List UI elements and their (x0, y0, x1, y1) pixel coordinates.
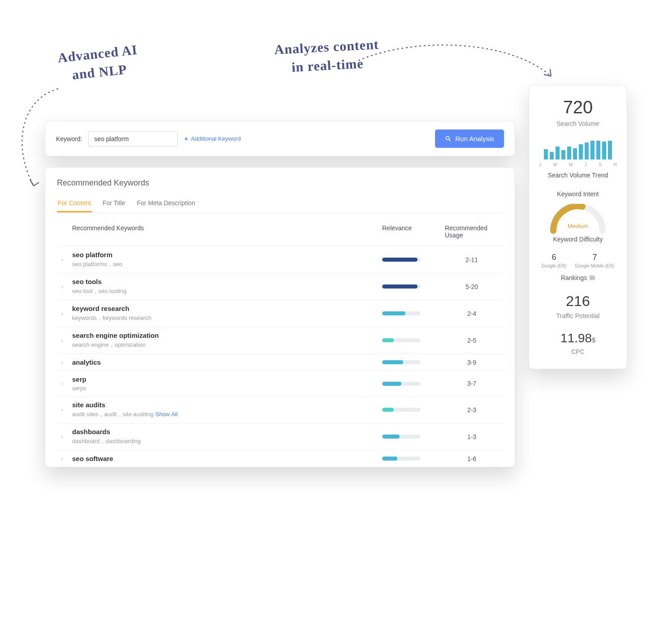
keyword-name: seo tools (72, 278, 373, 285)
trend-sparkbars (537, 139, 619, 159)
keyword-cell: seo platformseo platforms，seo (68, 246, 378, 273)
tab-for-content[interactable]: For Content (57, 195, 92, 212)
table-row: ›search engine optimizationsearch engine… (57, 327, 503, 354)
spark-bar (602, 142, 606, 159)
keyword-input[interactable] (88, 131, 178, 147)
table-row: ›seo software1-6 (57, 450, 503, 467)
plus-icon: + (184, 135, 188, 142)
expand-row-toggle[interactable]: › (57, 273, 68, 300)
annotation-ai-nlp: Advanced AIand NLP (34, 39, 163, 88)
month-tick: J (585, 162, 587, 167)
rank-gmobile-label: Google Mobile (EN) (575, 263, 615, 269)
intent-value: Medium (568, 223, 588, 229)
keyword-intent-label: Keyword Intent (537, 190, 619, 198)
spark-bar (596, 141, 600, 159)
keyword-name: site audits (72, 401, 373, 409)
rankings-label: Rankings (537, 274, 619, 281)
table-row: ›serpserps3-7 (57, 371, 503, 397)
cpc-value: 11.98$ (537, 331, 619, 345)
relevance-cell (378, 246, 440, 273)
search-volume-value: 720 (537, 97, 619, 117)
usage-cell: 5-20 (440, 273, 503, 300)
table-row: ›analytics3-9 (57, 354, 503, 371)
rank-google-value: 6 (542, 253, 567, 262)
table-row: ›site auditsaudit sites，audit，site audit… (57, 397, 503, 423)
keyword-cell: keyword researchkeywords，keywords resear… (68, 300, 378, 327)
recommended-keywords-panel: Recommended Keywords For Content For Tit… (45, 167, 515, 467)
svg-rect-2 (590, 276, 595, 280)
keyword-cell: dashboardsdashboard，dashboarding (68, 423, 378, 450)
traffic-potential-value: 216 (537, 293, 619, 310)
keyword-name: analytics (72, 358, 373, 366)
keyword-search-bar: Keyword: + Additional Keyword Run Analys… (45, 121, 515, 156)
keyword-synonyms: serps (72, 385, 373, 392)
rankings-row: 6 Google (EN) 7 Google Mobile (EN) (537, 253, 619, 269)
tab-for-title[interactable]: For Title (102, 195, 126, 212)
keyword-synonyms: seo platforms，seo (72, 260, 373, 268)
keyword-name: search engine optimization (72, 332, 373, 339)
keyword-name: serp (72, 375, 373, 383)
spark-bar (556, 147, 560, 159)
expand-row-toggle[interactable]: › (57, 371, 68, 397)
spark-bar (590, 141, 594, 159)
expand-row-toggle[interactable]: › (57, 246, 68, 273)
month-tick: M (569, 162, 573, 167)
expand-row-toggle[interactable]: › (57, 354, 68, 371)
keyword-synonyms: keywords，keywords research (72, 314, 373, 322)
relevance-cell (378, 300, 440, 327)
spark-bar (567, 147, 571, 159)
keyword-name: keyword research (72, 305, 373, 312)
show-all-link[interactable]: Show All (155, 411, 178, 418)
keyword-name: seo software (72, 455, 373, 462)
keyword-synonyms: dashboard，dashboarding (72, 437, 373, 445)
tabs: For Content For Title For Meta Descripti… (57, 195, 503, 213)
expand-row-toggle[interactable]: › (57, 450, 68, 467)
relevance-cell (378, 397, 440, 423)
keyword-cell: serpserps (68, 371, 378, 397)
usage-cell: 1-6 (440, 450, 503, 467)
usage-cell: 3-9 (440, 354, 503, 371)
relevance-cell (378, 423, 440, 450)
keyword-cell: site auditsaudit sites，audit，site auditi… (68, 397, 378, 423)
spark-bar (579, 144, 583, 159)
relevance-cell (378, 371, 440, 397)
trend-label: Search Volume Trend (537, 172, 619, 179)
keywords-table: Recommended Keywords Relevance Recommend… (57, 217, 503, 467)
expand-row-toggle[interactable]: › (57, 300, 68, 327)
spark-bar (544, 149, 548, 159)
usage-cell: 1-3 (440, 423, 503, 450)
keyword-cell: seo toolsseo tool，seo tooling (68, 273, 378, 300)
keyword-cell: search engine optimizationsearch engine，… (68, 327, 378, 354)
keyword-label: Keyword: (56, 135, 82, 142)
table-row: ›dashboardsdashboard，dashboarding1-3 (57, 423, 503, 450)
table-icon (590, 276, 595, 280)
svg-line-1 (449, 139, 451, 141)
usage-cell: 2-4 (440, 300, 503, 327)
expand-row-toggle[interactable]: › (57, 397, 68, 423)
expand-row-toggle[interactable]: › (57, 327, 68, 354)
spark-bar (550, 152, 554, 159)
cpc-label: CPC (537, 348, 619, 355)
col-usage: Recommended Usage (440, 217, 503, 246)
rank-gmobile-value: 7 (575, 253, 615, 262)
relevance-cell (378, 354, 440, 371)
table-row: ›seo platformseo platforms，seo2-11 (57, 246, 503, 273)
usage-cell: 2-3 (440, 397, 503, 423)
keyword-synonyms: audit sites，audit，site auditing Show All (72, 410, 373, 418)
expand-row-toggle[interactable]: › (57, 423, 68, 450)
panel-title: Recommended Keywords (57, 178, 503, 188)
keyword-name: dashboards (72, 428, 373, 435)
keyword-synonyms: search engine，optimization (72, 341, 373, 349)
spark-bar (585, 142, 589, 159)
run-analysis-button[interactable]: Run Analysis (435, 129, 504, 148)
trend-months: JMMJSN (539, 162, 617, 167)
usage-cell: 2-5 (440, 327, 503, 354)
keyword-cell: seo software (68, 450, 378, 467)
spark-bar (608, 141, 612, 159)
search-icon (445, 135, 452, 142)
tab-for-meta[interactable]: For Meta Description (136, 195, 196, 212)
col-keywords: Recommended Keywords (68, 217, 378, 246)
add-keyword-link[interactable]: + Additional Keyword (184, 135, 241, 142)
traffic-potential-label: Traffic Potential (537, 312, 619, 319)
keyword-metrics-panel: 720 Search Volume JMMJSN Search Volume T… (529, 85, 627, 369)
